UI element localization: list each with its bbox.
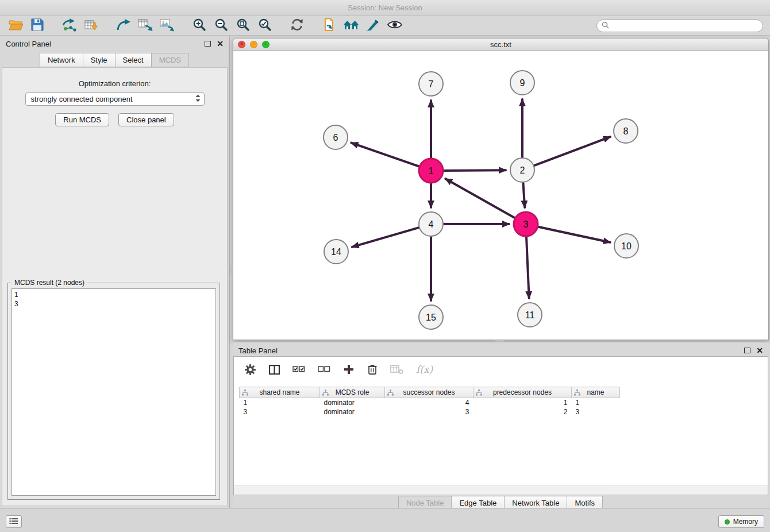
close-window-icon[interactable]: ✕ (238, 41, 245, 48)
search-field[interactable] (596, 20, 763, 32)
network-view-window: ✕ − + scc.txt 7968124314101511 (233, 38, 769, 340)
maximize-window-icon[interactable]: + (262, 41, 270, 48)
network-canvas[interactable]: 7968124314101511 (233, 51, 769, 340)
graph-node[interactable]: 10 (614, 234, 638, 258)
zoom-fit-icon (236, 18, 250, 33)
window-titlebar[interactable]: Session: New Session (0, 0, 770, 16)
column-header-mcds-role[interactable]: MCDS role (320, 387, 385, 398)
node-label: 7 (429, 79, 434, 89)
close-panel-button[interactable]: Close panel (118, 113, 174, 126)
close-panel-icon[interactable]: ✕ (217, 40, 224, 48)
graph-node[interactable]: 4 (419, 212, 443, 236)
zoom-selected-icon (258, 18, 272, 33)
graph-edge[interactable] (534, 137, 610, 165)
vertical-splitter-handle[interactable] (230, 265, 233, 274)
graph-node[interactable]: 3 (514, 212, 538, 236)
graph-node[interactable]: 11 (518, 303, 542, 327)
open-session-button[interactable] (5, 17, 26, 34)
run-mcds-button[interactable]: Run MCDS (55, 113, 109, 126)
float-panel-icon[interactable] (744, 348, 750, 353)
zoom-fit-button[interactable] (232, 17, 254, 34)
save-session-button[interactable] (26, 17, 48, 34)
graph-edge[interactable] (523, 183, 525, 207)
new-table-button[interactable] (134, 17, 156, 34)
control-panel-tabs: Network Style Select MCDS (0, 53, 229, 67)
node-label: 14 (331, 247, 341, 257)
column-header-name[interactable]: name (572, 387, 620, 398)
home-view-button[interactable] (340, 17, 362, 34)
new-network-button[interactable] (113, 17, 134, 34)
import-network-file-button[interactable] (59, 17, 80, 34)
network-window-titlebar[interactable]: ✕ − + scc.txt (233, 38, 769, 51)
zoom-out-button[interactable] (210, 17, 232, 34)
delete-table-button[interactable] (390, 364, 403, 375)
close-panel-icon[interactable]: ✕ (756, 346, 763, 354)
node-label: 9 (520, 78, 525, 88)
graph-edge[interactable] (445, 179, 515, 218)
zoom-in-button[interactable] (188, 17, 210, 34)
apply-layout-button[interactable] (286, 17, 308, 34)
style-brush-button[interactable] (362, 17, 384, 34)
table-settings-button[interactable] (244, 364, 256, 376)
show-hide-button[interactable] (384, 17, 406, 34)
clone-network-button[interactable] (318, 17, 340, 34)
search-input[interactable] (613, 22, 758, 30)
node-label: 6 (333, 133, 338, 142)
graph-node[interactable]: 2 (510, 158, 534, 182)
graph-node[interactable]: 15 (419, 305, 443, 329)
function-builder-button[interactable]: f(x) (416, 364, 433, 375)
tree-icon (476, 390, 482, 398)
table-row[interactable]: 1 dominator 4 1 1 (240, 398, 620, 407)
column-header-predecessor-nodes[interactable]: predecessor nodes (473, 387, 572, 398)
table-row[interactable]: 3 dominator 3 2 3 (240, 407, 620, 417)
graph-edge[interactable] (351, 143, 419, 167)
column-header-successor-nodes[interactable]: successor nodes (385, 387, 473, 398)
task-history-button[interactable] (6, 515, 22, 528)
float-panel-icon[interactable] (205, 41, 211, 47)
tree-icon (322, 390, 329, 398)
graph-node[interactable]: 7 (419, 72, 443, 96)
memory-status-icon (725, 519, 730, 525)
houses-icon (343, 18, 359, 33)
tab-style[interactable]: Style (83, 53, 116, 67)
window-title: Session: New Session (348, 3, 422, 12)
deselect-all-columns-button[interactable] (318, 365, 330, 374)
delete-column-button[interactable] (367, 364, 378, 375)
zoom-selected-button[interactable] (254, 17, 276, 34)
optimization-criterion-select[interactable]: strongly connected component (25, 92, 205, 106)
tab-network[interactable]: Network (40, 53, 83, 67)
graph-edge[interactable] (538, 227, 610, 242)
select-all-columns-button[interactable] (292, 365, 305, 374)
show-columns-button[interactable] (269, 364, 280, 375)
network-window-title: scc.txt (233, 40, 768, 49)
memory-button[interactable]: Memory (718, 515, 764, 528)
graph-node[interactable]: 8 (614, 119, 638, 143)
main-toolbar (0, 16, 770, 36)
export-image-button[interactable] (156, 17, 178, 34)
memory-label: Memory (733, 518, 758, 526)
control-panel: Control Panel ✕ Network Style Select MCD… (0, 36, 230, 508)
graph-node[interactable]: 6 (324, 125, 348, 149)
tab-mcds[interactable]: MCDS (151, 53, 189, 67)
import-table-file-button[interactable] (80, 17, 102, 34)
minimize-window-icon[interactable]: − (250, 41, 257, 48)
graph-edge[interactable] (526, 237, 529, 298)
open-folder-icon (9, 18, 23, 33)
tab-select[interactable]: Select (115, 53, 152, 67)
control-panel-title: Control Panel (6, 40, 51, 48)
table-horizontal-scrollbar[interactable] (234, 485, 768, 495)
graph-edge[interactable] (352, 228, 419, 247)
graph-node[interactable]: 14 (324, 240, 348, 264)
tree-icon (242, 390, 248, 398)
optimization-criterion-label: Optimization criterion: (2, 79, 227, 88)
network-graph[interactable]: 7968124314101511 (233, 51, 768, 340)
column-header-shared-name[interactable]: shared name (240, 387, 320, 398)
table-panel: Table Panel ✕ f(x) shared (233, 342, 769, 510)
eye-icon (387, 20, 402, 32)
mcds-result-area[interactable]: 1 3 (11, 288, 216, 496)
result-node: 1 (14, 290, 213, 299)
create-column-button[interactable] (343, 364, 355, 375)
graph-node[interactable]: 9 (510, 71, 534, 95)
graph-node[interactable]: 1 (419, 159, 443, 183)
graph-edge[interactable] (444, 170, 506, 171)
